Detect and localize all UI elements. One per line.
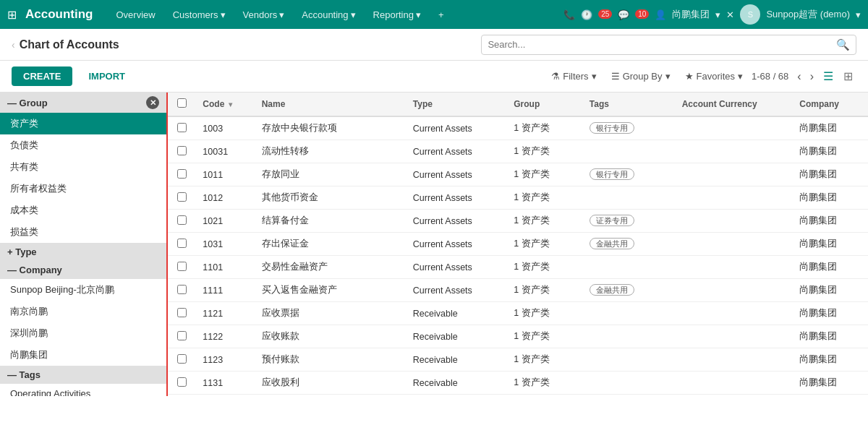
table-row[interactable]: 1003 存放中央银行款项 Current Assets 1 资产类 银行专用 … — [168, 116, 868, 140]
table-row[interactable]: 1123 预付账款 Receivable 1 资产类 尚鹏集团 — [168, 348, 868, 372]
table-row[interactable]: 1031 存出保证金 Current Assets 1 资产类 金融共用 尚鹏集… — [168, 233, 868, 256]
list-view-button[interactable]: ☰ — [820, 68, 837, 85]
row-tags — [582, 302, 675, 325]
close-icon[interactable]: ✕ — [726, 9, 734, 20]
chevron-down-icon: ▾ — [279, 9, 284, 20]
table-row[interactable]: 1021 结算备付金 Current Assets 1 资产类 证券专用 尚鹏集… — [168, 210, 868, 233]
row-group: 1 资产类 — [506, 116, 582, 140]
row-checkbox[interactable] — [177, 146, 187, 155]
create-button[interactable]: CREATE — [12, 66, 72, 86]
table-row[interactable]: 1122 应收账款 Receivable 1 资产类 尚鹏集团 — [168, 325, 868, 348]
row-group: 1 资产类 — [506, 163, 582, 186]
sidebar-item-tag-0[interactable]: Operating Activities — [0, 384, 166, 396]
row-company: 尚鹏集团 — [792, 372, 868, 395]
row-name: 应收利息 — [255, 395, 406, 397]
table-row[interactable]: 1131 应收股利 Receivable 1 资产类 尚鹏集团 — [168, 372, 868, 395]
table-row[interactable]: 1012 其他货币资金 Current Assets 1 资产类 尚鹏集团 — [168, 186, 868, 210]
table-row[interactable]: 1111 买入返售金融资产 Current Assets 1 资产类 金融共用 … — [168, 279, 868, 302]
row-type: Current Assets — [406, 233, 506, 256]
sidebar-item-company-2[interactable]: 深圳尚鹏 — [0, 322, 166, 344]
favorites-button[interactable]: ★ Favorites ▾ — [679, 69, 749, 84]
search-input[interactable] — [488, 39, 836, 50]
sidebar-type-header[interactable]: + Type — [0, 243, 166, 261]
sidebar-item-group-4[interactable]: 成本类 — [0, 199, 166, 221]
row-currency — [675, 302, 793, 325]
row-checkbox[interactable] — [177, 285, 187, 294]
sidebar-tags-header[interactable]: — Tags — [0, 366, 166, 384]
row-type: Current Assets — [406, 186, 506, 210]
close-group-icon[interactable]: ✕ — [146, 96, 159, 109]
row-checkbox[interactable] — [177, 308, 187, 317]
row-type: Current Assets — [406, 256, 506, 279]
table-row[interactable]: 1101 交易性金融资产 Current Assets 1 资产类 尚鹏集团 — [168, 256, 868, 279]
next-page-button[interactable]: › — [807, 69, 817, 85]
table-row[interactable]: 1132 应收利息 Receivable 1 资产类 尚鹏集团 — [168, 395, 868, 397]
import-button[interactable]: IMPORT — [78, 66, 135, 86]
nav-accounting[interactable]: Accounting ▾ — [294, 0, 362, 29]
sidebar-item-company-3[interactable]: 尚鹏集团 — [0, 344, 166, 366]
sidebar-item-company-0[interactable]: Sunpop Beijing-北京尚鹏 — [0, 279, 166, 301]
row-checkbox[interactable] — [177, 331, 187, 340]
sidebar: — Group ✕ 资产类 负债类 共有类 所有者权益类 成本类 损益类 + T… — [0, 93, 168, 396]
row-code: 1123 — [195, 348, 254, 372]
col-code[interactable]: Code ▾ — [195, 93, 254, 116]
row-name: 交易性金融资产 — [255, 256, 406, 279]
search-icon[interactable]: 🔍 — [836, 38, 850, 51]
top-nav-right: 📞 🕐25 💬10 👤 尚鹏集团 ▾ ✕ S Sunpop超营 (demo) ▾ — [563, 4, 861, 25]
grid-icon[interactable]: ⊞ — [7, 8, 17, 22]
row-checkbox[interactable] — [177, 169, 187, 179]
row-checkbox[interactable] — [177, 123, 187, 132]
sidebar-item-group-0[interactable]: 资产类 — [0, 113, 166, 134]
sidebar-item-company-1[interactable]: 南京尚鹏 — [0, 301, 166, 322]
company-name[interactable]: 尚鹏集团 — [672, 8, 710, 21]
sidebar-company-header[interactable]: — Company — [0, 261, 166, 279]
back-arrow-icon[interactable]: ‹ — [12, 39, 15, 51]
user-icon[interactable]: 👤 — [655, 9, 666, 20]
row-checkbox-cell — [168, 210, 195, 233]
nav-reporting[interactable]: Reporting ▾ — [366, 0, 428, 29]
row-checkbox[interactable] — [177, 354, 187, 364]
phone-icon[interactable]: 📞 — [563, 9, 575, 20]
avatar: S — [740, 4, 760, 25]
chevron-down-icon: ▾ — [592, 71, 597, 82]
row-group: 1 资产类 — [506, 372, 582, 395]
row-checkbox[interactable] — [177, 215, 187, 225]
sidebar-item-group-3[interactable]: 所有者权益类 — [0, 178, 166, 199]
main-layout: — Group ✕ 资产类 负债类 共有类 所有者权益类 成本类 损益类 + T… — [0, 93, 868, 396]
prev-page-button[interactable]: ‹ — [794, 69, 804, 85]
table-row[interactable]: 1011 存放同业 Current Assets 1 资产类 银行专用 尚鹏集团 — [168, 163, 868, 186]
row-checkbox[interactable] — [177, 192, 187, 202]
row-currency — [675, 140, 793, 163]
sidebar-item-group-5[interactable]: 损益类 — [0, 221, 166, 243]
row-checkbox-cell — [168, 372, 195, 395]
row-company: 尚鹏集团 — [792, 279, 868, 302]
sidebar-item-group-1[interactable]: 负债类 — [0, 134, 166, 156]
row-checkbox[interactable] — [177, 377, 187, 387]
select-all-checkbox[interactable] — [177, 98, 187, 108]
nav-customers[interactable]: Customers ▾ — [166, 0, 233, 29]
nav-vendors[interactable]: Vendors ▾ — [236, 0, 292, 29]
row-name: 应收票据 — [255, 302, 406, 325]
group-by-button[interactable]: ☰ Group By ▾ — [605, 69, 676, 84]
row-company: 尚鹏集团 — [792, 325, 868, 348]
row-name: 其他货币资金 — [255, 186, 406, 210]
nav-overview[interactable]: Overview — [109, 0, 163, 29]
clock-icon[interactable]: 🕐 — [581, 9, 592, 20]
grid-view-button[interactable]: ⊞ — [840, 68, 856, 85]
table-row[interactable]: 10031 流动性转移 Current Assets 1 资产类 尚鹏集团 — [168, 140, 868, 163]
table-row[interactable]: 1121 应收票据 Receivable 1 资产类 尚鹏集团 — [168, 302, 868, 325]
row-currency — [675, 325, 793, 348]
filters-button[interactable]: ⚗ Filters ▾ — [545, 69, 602, 84]
row-type: Receivable — [406, 372, 506, 395]
row-checkbox-cell — [168, 256, 195, 279]
sidebar-group-header[interactable]: — Group ✕ — [0, 93, 166, 113]
chat-icon[interactable]: 💬 — [618, 9, 629, 20]
nav-add[interactable]: + — [431, 0, 451, 29]
tag-badge: 金融共用 — [590, 284, 634, 296]
sidebar-item-group-2[interactable]: 共有类 — [0, 156, 166, 178]
row-checkbox[interactable] — [177, 239, 187, 248]
row-type: Receivable — [406, 325, 506, 348]
row-checkbox[interactable] — [177, 262, 187, 271]
user-label[interactable]: Sunpop超营 (demo) — [766, 8, 850, 21]
row-company: 尚鹏集团 — [792, 186, 868, 210]
